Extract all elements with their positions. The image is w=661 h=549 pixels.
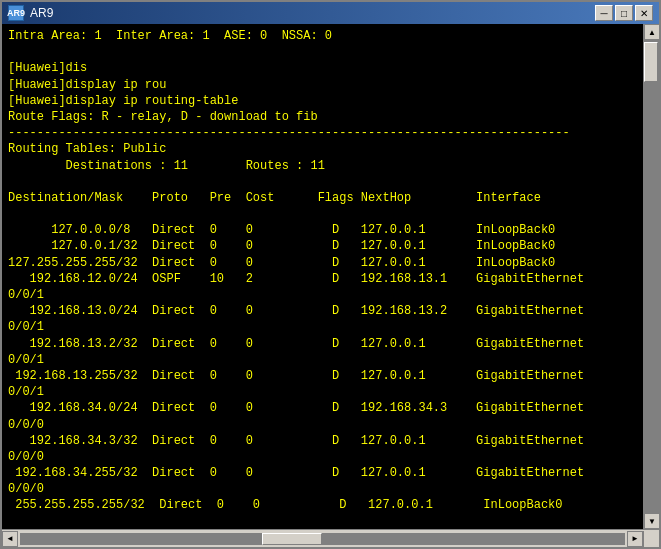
terminal-line: [Huawei]dis: [8, 61, 87, 75]
terminal-line: 192.168.13.255/32 Direct 0 0 D 127.0.0.1…: [8, 369, 584, 383]
scroll-down-button[interactable]: ▼: [644, 513, 659, 529]
app-icon: AR9: [8, 5, 24, 21]
terminal-line: Routing Tables: Public: [8, 142, 166, 156]
bottom-bar: ◄ ►: [2, 529, 659, 547]
title-bar-left: AR9 AR9: [8, 5, 53, 21]
h-scroll-track[interactable]: [20, 533, 625, 545]
terminal-line: 0/0/0: [8, 418, 44, 432]
terminal-line: Destinations : 11 Routes : 11: [8, 159, 325, 173]
terminal-line: 192.168.12.0/24 OSPF 10 2 D 192.168.13.1…: [8, 272, 584, 286]
terminal-line: 0/0/1: [8, 320, 44, 334]
horizontal-scrollbar[interactable]: ◄ ►: [2, 531, 643, 547]
terminal-line: Destination/Mask Proto Pre Cost Flags Ne…: [8, 191, 541, 205]
title-bar: AR9 AR9 ─ □ ✕: [2, 2, 659, 24]
scroll-track[interactable]: [644, 40, 659, 513]
close-button[interactable]: ✕: [635, 5, 653, 21]
scroll-thumb[interactable]: [644, 42, 658, 82]
vertical-scrollbar[interactable]: ▲ ▼: [643, 24, 659, 529]
terminal-line: 127.0.0.1/32 Direct 0 0 D 127.0.0.1 InLo…: [8, 239, 555, 253]
terminal-line: 192.168.34.3/32 Direct 0 0 D 127.0.0.1 G…: [8, 434, 584, 448]
terminal-line: 192.168.13.0/24 Direct 0 0 D 192.168.13.…: [8, 304, 584, 318]
terminal-line: 0/0/1: [8, 353, 44, 367]
terminal-line: 0/0/1: [8, 288, 44, 302]
content-area: Intra Area: 1 Inter Area: 1 ASE: 0 NSSA:…: [2, 24, 659, 529]
terminal-line: [Huawei]display ip rou: [8, 78, 166, 92]
h-scroll-thumb[interactable]: [262, 533, 322, 545]
scrollbar-corner: [643, 531, 659, 547]
terminal-line: 192.168.34.255/32 Direct 0 0 D 127.0.0.1…: [8, 466, 584, 480]
terminal-line: 0/0/0: [8, 450, 44, 464]
terminal-line: [Huawei]display ip routing-table: [8, 94, 238, 108]
terminal-line: 192.168.13.2/32 Direct 0 0 D 127.0.0.1 G…: [8, 337, 584, 351]
window-controls: ─ □ ✕: [595, 5, 653, 21]
main-window: AR9 AR9 ─ □ ✕ Intra Area: 1 Inter Area: …: [0, 0, 661, 549]
window-title: AR9: [30, 6, 53, 20]
terminal-line: ----------------------------------------…: [8, 126, 570, 140]
terminal-line: 255.255.255.255/32 Direct 0 0 D 127.0.0.…: [8, 498, 563, 512]
terminal-line: 192.168.34.0/24 Direct 0 0 D 192.168.34.…: [8, 401, 584, 415]
terminal-line: Route Flags: R - relay, D - download to …: [8, 110, 318, 124]
maximize-button[interactable]: □: [615, 5, 633, 21]
scroll-up-button[interactable]: ▲: [644, 24, 659, 40]
terminal-line: 127.255.255.255/32 Direct 0 0 D 127.0.0.…: [8, 256, 555, 270]
terminal-line: 0/0/0: [8, 482, 44, 496]
terminal-output[interactable]: Intra Area: 1 Inter Area: 1 ASE: 0 NSSA:…: [2, 24, 643, 529]
terminal-line: 127.0.0.0/8 Direct 0 0 D 127.0.0.1 InLoo…: [8, 223, 555, 237]
scroll-right-button[interactable]: ►: [627, 531, 643, 547]
scroll-left-button[interactable]: ◄: [2, 531, 18, 547]
minimize-button[interactable]: ─: [595, 5, 613, 21]
terminal-line: 0/0/1: [8, 385, 44, 399]
terminal-line: Intra Area: 1 Inter Area: 1 ASE: 0 NSSA:…: [8, 29, 332, 43]
